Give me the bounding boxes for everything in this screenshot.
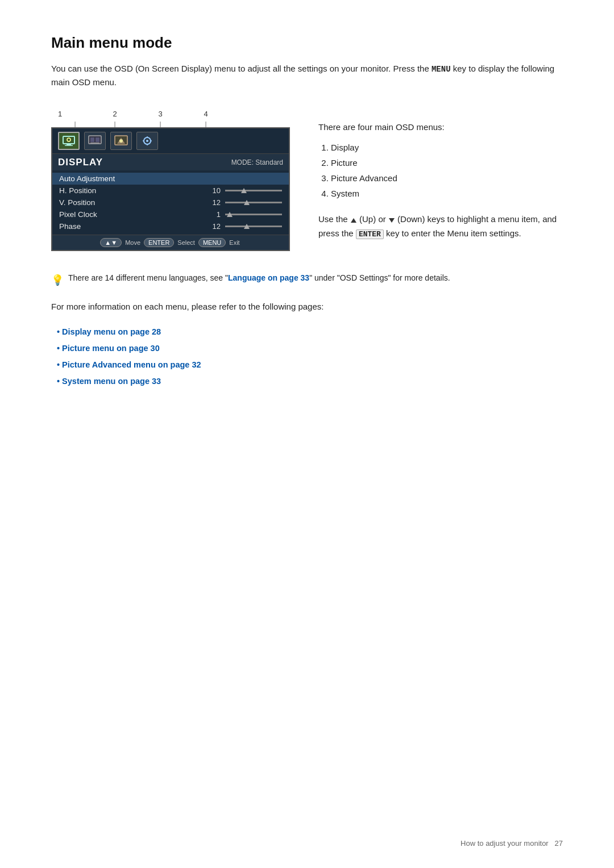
enter-key-label: ENTER [356, 229, 384, 239]
keys-info-text: Use the (Up) or (Down) keys to highlight… [318, 212, 563, 241]
osd-icon-row [52, 128, 289, 154]
note-section: 💡 There are 14 different menu languages,… [51, 272, 563, 289]
osd-footer-move-label: Move [125, 239, 140, 246]
display-menu-link[interactable]: Display menu on page 28 [62, 327, 161, 336]
osd-menu-items: Auto Adjustment H. Position 10 [52, 170, 289, 235]
intro-paragraph: You can use the OSD (On Screen Display) … [51, 62, 563, 89]
svg-rect-0 [63, 136, 74, 144]
osd-footer-enter-btn: ENTER [144, 238, 174, 247]
osd-item-h-position: H. Position 10 [52, 185, 289, 197]
link-display-menu[interactable]: Display menu on page 28 [57, 324, 563, 340]
picture-advanced-menu-link[interactable]: Picture Advanced menu on page 32 [62, 360, 201, 369]
osd-num-1: 1 [58, 110, 92, 118]
footer-text: How to adjust your monitor [460, 839, 549, 848]
osd-area: 1 2 3 4 | | | | [51, 110, 296, 251]
osd-num-2: 2 [92, 110, 138, 118]
osd-footer-menu-btn: MENU [198, 238, 226, 247]
menu-list: Display Picture Picture Advanced System [331, 140, 563, 201]
osd-item-auto-adjustment: Auto Adjustment [52, 173, 289, 185]
osd-icon-display [58, 132, 80, 150]
system-menu-link[interactable]: System menu on page 33 [62, 377, 161, 386]
osd-footer: ▲▼ Move ENTER Select MENU Exit [52, 235, 289, 250]
osd-item-phase: Phase 12 [52, 220, 289, 232]
osd-slider-pixel-clock [225, 212, 282, 218]
osd-title-bar: Display MODE: Standard [52, 154, 289, 170]
menu-list-item-system: System [331, 186, 563, 201]
main-section: 1 2 3 4 | | | | [51, 110, 563, 251]
osd-slider-h-position [225, 188, 282, 194]
picture-menu-link[interactable]: Picture menu on page 30 [62, 344, 160, 353]
osd-info-panel: There are four main OSD menus: Display P… [318, 110, 563, 246]
arrow-down-icon [389, 218, 395, 223]
page-footer: How to adjust your monitor 27 [460, 839, 563, 848]
osd-title-text: Display [58, 157, 103, 168]
osd-item-pixel-clock: Pixel Clock 1 [52, 208, 289, 220]
osd-icon-picture [84, 132, 106, 150]
osd-footer-select-label: Select [177, 239, 195, 246]
menu-list-item-picture: Picture [331, 155, 563, 170]
four-menus-label: There are four main OSD menus: [318, 121, 563, 134]
osd-numbers-row: 1 2 3 4 [51, 110, 296, 118]
svg-point-10 [119, 139, 123, 143]
osd-box: Display MODE: Standard Auto Adjustment H… [51, 127, 290, 251]
note-text: There are 14 different menu languages, s… [68, 272, 450, 284]
osd-icon-picture-advanced [110, 132, 132, 150]
menu-list-item-picture-advanced: Picture Advanced [331, 170, 563, 186]
links-list: Display menu on page 28 Picture menu on … [57, 324, 563, 390]
svg-point-3 [67, 138, 70, 141]
osd-slider-v-position [225, 200, 282, 206]
menu-list-item-display: Display [331, 140, 563, 155]
menu-key-inline: MENU [432, 65, 451, 74]
refer-text: For more information on each menu, pleas… [51, 300, 563, 314]
osd-slider-phase [225, 224, 282, 229]
language-link[interactable]: Language on page 33 [228, 273, 309, 282]
link-picture-menu[interactable]: Picture menu on page 30 [57, 340, 563, 357]
link-picture-advanced-menu[interactable]: Picture Advanced menu on page 32 [57, 357, 563, 373]
link-system-menu[interactable]: System menu on page 33 [57, 373, 563, 390]
osd-mode-text: MODE: Standard [231, 158, 283, 166]
osd-footer-exit-label: Exit [229, 239, 239, 246]
osd-icon-system [136, 132, 158, 150]
svg-point-12 [146, 140, 148, 142]
osd-item-v-position: V. Position 12 [52, 197, 289, 208]
page-number: 27 [555, 839, 563, 848]
svg-rect-5 [90, 137, 94, 142]
page-title: Main menu mode [51, 34, 563, 52]
svg-rect-6 [96, 137, 99, 142]
osd-num-3: 3 [138, 110, 183, 118]
arrow-up-icon [351, 218, 356, 223]
osd-footer-move-btn: ▲▼ [100, 238, 122, 247]
osd-num-4: 4 [183, 110, 229, 118]
note-icon: 💡 [51, 272, 64, 289]
svg-rect-7 [90, 143, 99, 143]
